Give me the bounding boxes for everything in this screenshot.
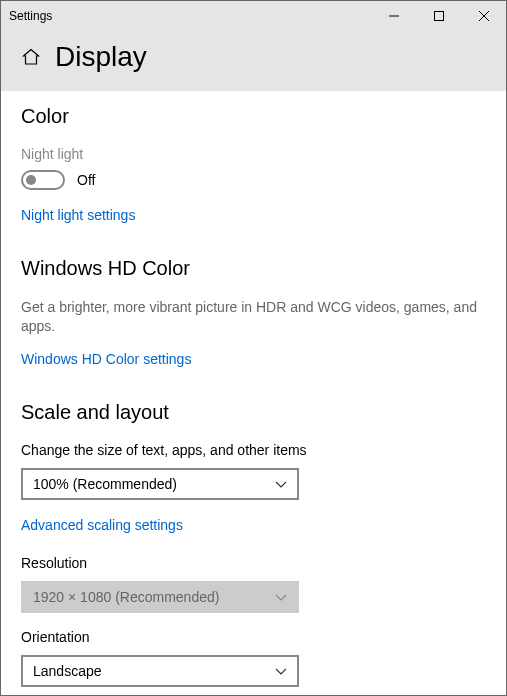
resolution-value: 1920 × 1080 (Recommended) xyxy=(33,589,219,605)
night-light-toggle[interactable] xyxy=(21,170,65,190)
home-icon[interactable] xyxy=(21,47,41,67)
night-light-label: Night light xyxy=(21,146,486,162)
night-light-state: Off xyxy=(77,172,95,188)
orientation-value: Landscape xyxy=(33,663,102,679)
minimize-icon xyxy=(389,11,399,21)
maximize-button[interactable] xyxy=(416,1,461,31)
close-button[interactable] xyxy=(461,1,506,31)
toggle-knob xyxy=(26,175,36,185)
scale-size-value: 100% (Recommended) xyxy=(33,476,177,492)
advanced-scaling-link[interactable]: Advanced scaling settings xyxy=(21,517,183,533)
content-area: Color Night light Off Night light settin… xyxy=(1,91,506,696)
resolution-dropdown: 1920 × 1080 (Recommended) xyxy=(21,581,299,613)
scale-size-dropdown[interactable]: 100% (Recommended) xyxy=(21,468,299,500)
maximize-icon xyxy=(434,11,444,21)
window-title: Settings xyxy=(9,9,52,23)
page-header: Display xyxy=(1,31,506,91)
resolution-label: Resolution xyxy=(21,555,486,571)
minimize-button[interactable] xyxy=(371,1,416,31)
titlebar-controls xyxy=(371,1,506,31)
titlebar: Settings xyxy=(1,1,506,31)
hdcolor-settings-link[interactable]: Windows HD Color settings xyxy=(21,351,191,367)
scale-size-label: Change the size of text, apps, and other… xyxy=(21,442,486,458)
night-light-toggle-row: Off xyxy=(21,170,486,190)
section-color-title: Color xyxy=(21,105,486,128)
chevron-down-icon xyxy=(275,589,287,605)
hdcolor-description: Get a brighter, more vibrant picture in … xyxy=(21,298,486,336)
svg-rect-1 xyxy=(434,12,443,21)
section-scale-title: Scale and layout xyxy=(21,401,486,424)
page-title: Display xyxy=(55,41,147,73)
orientation-dropdown[interactable]: Landscape xyxy=(21,655,299,687)
section-hdcolor-title: Windows HD Color xyxy=(21,257,486,280)
chevron-down-icon xyxy=(275,663,287,679)
close-icon xyxy=(479,11,489,21)
orientation-label: Orientation xyxy=(21,629,486,645)
chevron-down-icon xyxy=(275,476,287,492)
night-light-settings-link[interactable]: Night light settings xyxy=(21,207,135,223)
